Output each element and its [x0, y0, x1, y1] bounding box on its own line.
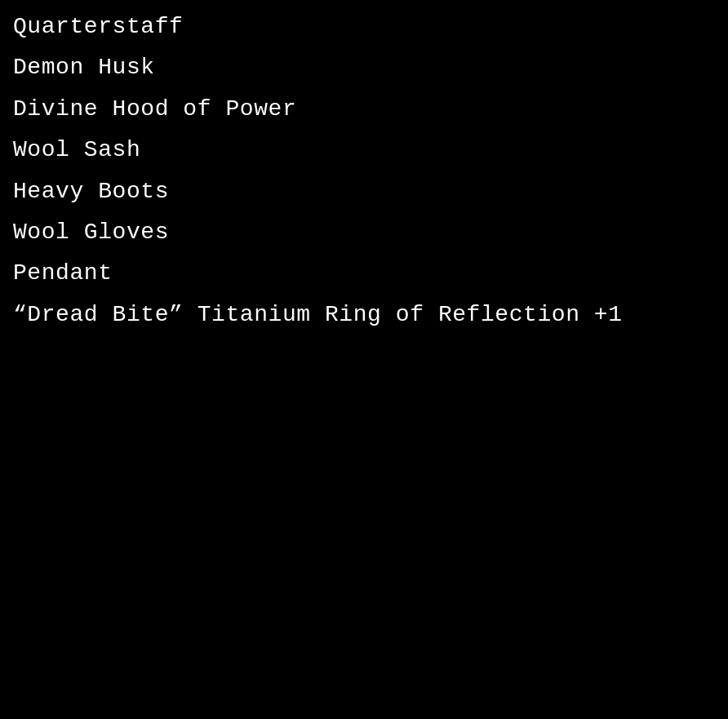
list-item-titanium-ring[interactable]: “Dread Bite” Titanium Ring of Reflection… [13, 295, 715, 335]
list-item-demon-husk[interactable]: Demon Husk [13, 47, 715, 88]
list-item-quarterstaff[interactable]: Quarterstaff [13, 7, 715, 47]
list-item-wool-sash[interactable]: Wool Sash [13, 130, 715, 171]
list-item-pendant[interactable]: Pendant [13, 253, 715, 294]
list-item-divine-hood[interactable]: Divine Hood of Power [13, 89, 715, 130]
list-item-wool-gloves[interactable]: Wool Gloves [13, 212, 715, 253]
list-item-heavy-boots[interactable]: Heavy Boots [13, 171, 715, 212]
inventory-list: QuarterstaffDemon HuskDivine Hood of Pow… [0, 0, 728, 342]
